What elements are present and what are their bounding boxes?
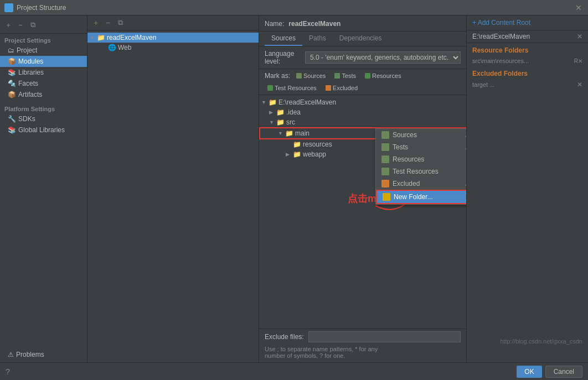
svg-rect-0 [6,4,8,7]
remove-button[interactable]: − [16,20,25,30]
ctx-excluded[interactable]: Excluded Alt+E [376,178,466,190]
sidebar-item-modules[interactable]: 📦 Modules [0,56,87,67]
module-web-label: Web [118,44,131,51]
title-bar: Project Structure ✕ [0,0,588,15]
root-close-button[interactable]: ✕ [577,33,582,40]
mark-tests-btn[interactable]: Tests [332,71,359,80]
sidebar-item-label: Facets [18,80,38,87]
resource-folder-remove[interactable]: R✕ [574,58,582,64]
mark-as-row: Mark as: Sources Tests Resources Test Re… [259,69,466,95]
libraries-icon: 📚 [8,69,16,76]
sidebar-item-label: Problems [16,351,44,358]
module-name: readExcelMaven [107,34,156,41]
sidebar-item-facets[interactable]: 🔩 Facets [0,78,87,89]
ok-button[interactable]: OK [517,366,541,378]
root-path-item: E:\readExcelMaven ✕ [467,30,588,43]
ctx-new-folder-label: New Folder... [394,193,433,201]
web-icon: 🌐 [108,44,116,51]
ctx-excluded-label: Excluded [393,180,420,188]
right-panel: Name: readExcelMaven Sources Paths Depen… [259,15,466,362]
svg-rect-1 [9,4,12,7]
mark-as-label: Mark as: [265,72,290,80]
platform-settings-label: Platform Settings [0,105,87,113]
ctx-sources-label: Sources [393,131,417,139]
mark-excluded-btn[interactable]: Excluded [323,84,360,92]
ctx-resources-icon [381,155,389,163]
exclude-input[interactable] [308,331,461,342]
ctx-new-folder[interactable]: New Folder... [376,190,466,204]
app-icon [4,3,13,12]
lang-level-select[interactable]: 5.0 - 'enum' keyword, generics, autoboxi… [305,51,461,64]
global-libraries-icon: 📚 [8,126,16,134]
arrow-icon: ▼ [269,119,275,125]
ctx-resources[interactable]: Resources [376,153,466,165]
sources-tree: ▼ 📁 E:\readExcelMaven ▶ 📁 .idea ▼ 📁 src … [259,95,466,329]
module-web-item[interactable]: 🌐 Web [87,43,259,53]
module-tree: ▼ 📁 readExcelMaven 🌐 Web [87,30,259,362]
tab-paths[interactable]: Paths [302,32,333,46]
add-module-button[interactable]: + [91,18,101,28]
modules-icon: 📦 [8,58,16,65]
cancel-button[interactable]: Cancel [545,366,582,378]
module-root-item[interactable]: ▼ 📁 readExcelMaven [87,33,259,43]
remove-module-button[interactable]: − [103,18,113,28]
arrow-icon: ▼ [90,35,95,40]
folder-icon: 📁 [276,108,285,116]
tree-item-src[interactable]: ▼ 📁 src [259,117,466,127]
ctx-tests[interactable]: Tests Alt+T [376,141,466,153]
copy-button[interactable]: ⧉ [28,20,38,30]
artifacts-icon: 📦 [8,91,16,98]
folder-icon: 📁 [293,150,301,158]
sidebar-item-label: Artifacts [18,91,42,98]
ctx-sources-shortcut: Alt+S [465,132,466,138]
close-button[interactable]: ✕ [574,3,584,13]
project-icon: 🗂 [8,46,14,54]
ctx-sources[interactable]: Sources Alt+S [376,129,466,141]
add-content-root-button[interactable]: + Add Content Root [467,15,588,30]
copy-module-button[interactable]: ⧉ [115,18,125,28]
module-list-panel: + − ⧉ ▼ 📁 readExcelMaven 🌐 Web [87,15,259,362]
ctx-testresources[interactable]: Test Resources [376,165,466,178]
exclude-label: Exclude files: [265,333,304,341]
sidebar-item-problems[interactable]: ⚠ Problems [0,349,87,360]
ctx-testres-icon [381,168,389,175]
tab-dependencies[interactable]: Dependencies [333,32,389,46]
folder-icon: 📁 [276,118,285,126]
sidebar-item-libraries[interactable]: 📚 Libraries [0,67,87,78]
sdks-icon: 🔧 [8,115,16,123]
tree-item-idea[interactable]: ▶ 📁 .idea [259,107,466,117]
sidebar-item-sdks[interactable]: 🔧 SDKs [0,113,87,124]
mark-sources-label: Sources [303,72,326,79]
project-settings-label: Project Settings [0,36,87,45]
mark-resources-btn[interactable]: Resources [362,71,404,80]
sources-dot [296,73,302,79]
mark-testresources-label: Test Resources [275,85,317,91]
folder-icon: 📁 [285,129,293,137]
sidebar-item-label: Modules [18,58,43,65]
resource-folders-title: Resource Folders [472,46,582,54]
add-button[interactable]: + [3,20,13,30]
sidebar-item-label: Global Libraries [18,126,65,134]
help-button[interactable]: ? [6,367,10,376]
excluded-folder-path: target ... [472,81,577,88]
folder-icon: 📁 [293,140,301,148]
mark-testresources-btn[interactable]: Test Resources [265,84,319,92]
mark-sources-btn[interactable]: Sources [293,71,328,80]
name-value: readExcelMaven [288,20,341,28]
svg-rect-3 [9,8,12,11]
sidebar-item-artifacts[interactable]: 📦 Artifacts [0,89,87,100]
sidebar-item-project[interactable]: 🗂 Project [0,45,87,56]
exclude-row: Exclude files: [259,329,466,345]
excluded-dot [326,85,331,91]
mark-excluded-label: Excluded [333,85,358,91]
excluded-folder-remove[interactable]: ✕ [577,81,582,89]
tree-item-root[interactable]: ▼ 📁 E:\readExcelMaven [259,97,466,107]
folder-icon: 📁 [269,98,277,106]
tests-dot [334,73,340,79]
name-row: Name: readExcelMaven [259,15,466,32]
lang-level-row: Language level: 5.0 - 'enum' keyword, ge… [259,46,466,69]
window-title: Project Structure [17,4,574,12]
lang-level-label: Language level: [265,50,301,65]
sidebar-item-global-libraries[interactable]: 📚 Global Libraries [0,124,87,136]
tab-sources[interactable]: Sources [265,32,302,46]
